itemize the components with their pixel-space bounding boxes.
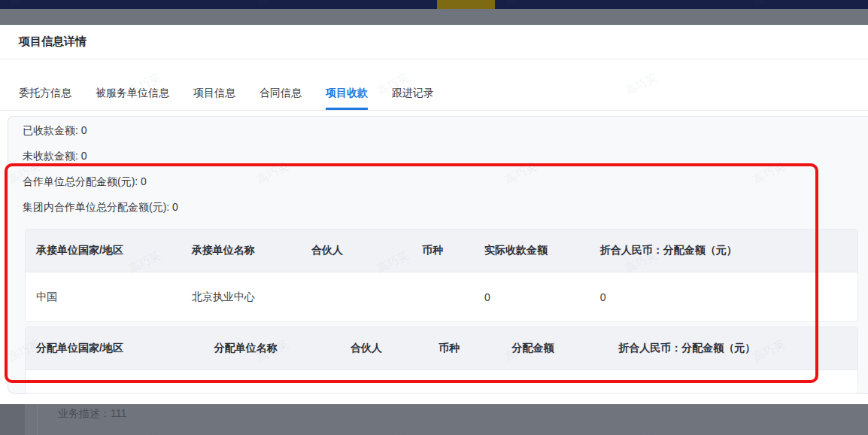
tab-project-receipts[interactable]: 项目收款 (326, 79, 368, 110)
table-empty-row (26, 370, 857, 393)
allocation-total-line: 合作单位总分配金额(元): 0 (23, 175, 147, 190)
table-header-row: 分配单位国家/地区分配单位名称合伙人币种分配金额折合人民币：分配金额（元） (26, 327, 857, 370)
modal-mask-top[interactable] (0, 9, 868, 25)
tab-client-info[interactable]: 委托方信息 (19, 79, 71, 110)
table-row: 中国北京执业中心00 (26, 272, 857, 321)
allocation-units-table: 分配单位国家/地区分配单位名称合伙人币种分配金额折合人民币：分配金额（元） (25, 327, 858, 394)
header-cell: 折合人民币：分配金额（元） (590, 230, 857, 272)
header-cell: 合伙人 (340, 327, 428, 370)
body-cell (411, 272, 474, 321)
tab-contract-info[interactable]: 合同信息 (259, 79, 302, 110)
header-cell: 承接单位名称 (181, 230, 301, 272)
header-cell: 分配金额 (502, 327, 609, 370)
header-cell: 分配单位名称 (204, 327, 340, 370)
body-cell: 北京执业中心 (181, 272, 301, 321)
tab-served-unit-info[interactable]: 被服务单位信息 (96, 79, 169, 110)
body-cell (301, 272, 411, 321)
body-cell: 0 (590, 272, 857, 321)
tabs-divider (0, 110, 868, 111)
page-title: 项目信息详情 (19, 35, 86, 49)
allocation-total-line: 集团内合作单位总分配金额(元): 0 (23, 201, 178, 216)
header-cell: 币种 (411, 230, 474, 272)
receipts-content-panel: 已收款金额: 0未收款金额: 0 合作单位总分配金额(元): 0集团内合作单位总… (8, 116, 868, 394)
body-cell: 0 (474, 272, 590, 321)
modal-mask-bottom[interactable]: 业务描述：111 (0, 404, 868, 435)
background-field-text: 业务描述：111 (58, 407, 126, 421)
undertaking-units-table: 承接单位国家/地区承接单位名称合伙人币种实际收款金额折合人民币：分配金额（元）中… (25, 229, 858, 322)
app-topbar (0, 0, 868, 9)
background-left-column (0, 404, 25, 435)
background-card-border (37, 404, 38, 435)
screen: 项目信息详情 委托方信息被服务单位信息项目信息合同信息项目收款跟进记录 已收款金… (0, 0, 868, 435)
header-cell: 合伙人 (301, 230, 411, 272)
header-cell: 币种 (428, 327, 501, 370)
header-cell: 分配单位国家/地区 (26, 327, 204, 370)
header-cell: 实际收款金额 (474, 230, 590, 272)
table-header-row: 承接单位国家/地区承接单位名称合伙人币种实际收款金额折合人民币：分配金额（元） (26, 230, 857, 272)
summary-line: 未收款金额: 0 (23, 150, 87, 165)
topbar-active-nav-button[interactable] (437, 0, 495, 9)
project-detail-modal: 项目信息详情 委托方信息被服务单位信息项目信息合同信息项目收款跟进记录 已收款金… (0, 25, 868, 404)
tab-follow-up-records[interactable]: 跟进记录 (392, 79, 434, 110)
body-cell: 中国 (26, 272, 181, 321)
summary-line: 已收款金额: 0 (23, 124, 87, 139)
title-divider (0, 59, 868, 59)
tab-project-info[interactable]: 项目信息 (193, 79, 235, 110)
header-cell: 承接单位国家/地区 (26, 230, 181, 272)
header-cell: 折合人民币：分配金额（元） (608, 327, 857, 370)
tab-bar: 委托方信息被服务单位信息项目信息合同信息项目收款跟进记录 (19, 79, 434, 110)
